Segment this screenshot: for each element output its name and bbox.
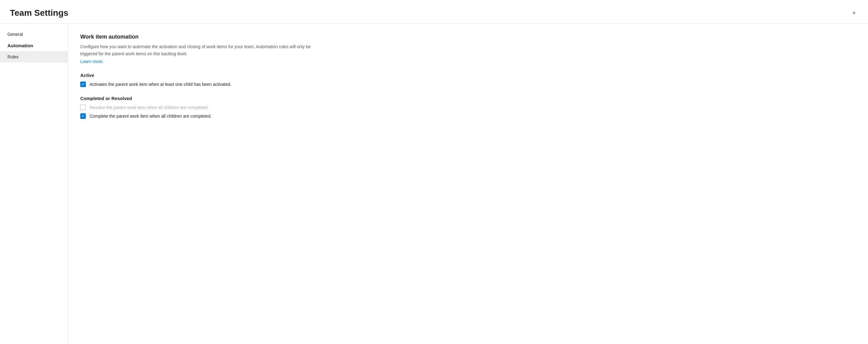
active-section-title: Active <box>80 72 856 78</box>
sidebar: General Automation Rules <box>0 24 68 344</box>
checkbox-label-complete-parent: Complete the parent work item when all c… <box>90 114 212 119</box>
section-title: Work item automation <box>80 34 856 40</box>
checkbox-row-complete-parent: Complete the parent work item when all c… <box>80 113 856 119</box>
dialog-body: General Automation Rules Work item autom… <box>0 24 868 344</box>
checkbox-label-activate-parent: Activates the parent work item when at l… <box>90 82 231 87</box>
dialog-title: Team Settings <box>10 7 68 19</box>
active-rule-section: Active Activates the parent work item wh… <box>80 72 856 87</box>
checkbox-row-activate-parent: Activates the parent work item when at l… <box>80 82 856 87</box>
main-content: Work item automation Configure how you w… <box>68 24 868 344</box>
sidebar-item-rules[interactable]: Rules <box>0 51 68 62</box>
completed-section-title: Completed or Resolved <box>80 96 856 101</box>
learn-more-link[interactable]: Learn more. <box>80 59 103 64</box>
team-settings-dialog: Team Settings × General Automation Rules… <box>0 0 868 344</box>
dialog-header: Team Settings × <box>0 0 868 24</box>
checkbox-complete-parent[interactable] <box>80 113 86 119</box>
sidebar-item-automation[interactable]: Automation <box>0 40 68 51</box>
checkbox-activate-parent[interactable] <box>80 82 86 87</box>
completed-rule-section: Completed or Resolved Resolve the parent… <box>80 96 856 119</box>
section-description-line1: Configure how you want to automate the a… <box>80 43 358 57</box>
sidebar-item-general[interactable]: General <box>0 29 68 40</box>
close-button[interactable]: × <box>850 9 858 18</box>
checkbox-row-resolve-parent: Resolve the parent work item when all ch… <box>80 105 856 110</box>
checkbox-label-resolve-parent: Resolve the parent work item when all ch… <box>90 105 209 110</box>
checkbox-resolve-parent[interactable] <box>80 105 86 110</box>
